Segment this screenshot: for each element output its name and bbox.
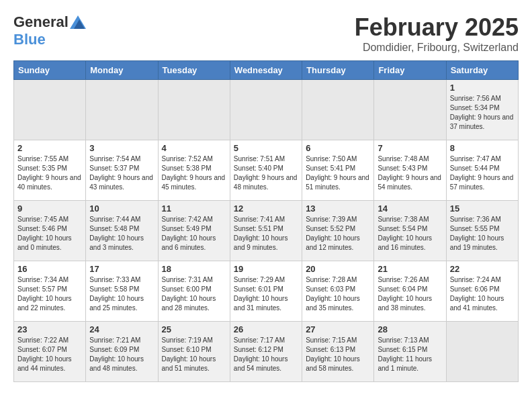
day-info: Sunrise: 7:38 AM Sunset: 5:54 PM Dayligh… bbox=[378, 215, 442, 253]
day-number: 1 bbox=[450, 83, 515, 93]
week-row-5: 23Sunrise: 7:22 AM Sunset: 6:07 PM Dayli… bbox=[14, 322, 519, 382]
calendar-cell: 14Sunrise: 7:38 AM Sunset: 5:54 PM Dayli… bbox=[374, 201, 446, 261]
header-monday: Monday bbox=[86, 61, 158, 80]
calendar-table: SundayMondayTuesdayWednesdayThursdayFrid… bbox=[13, 60, 519, 382]
calendar-cell: 25Sunrise: 7:19 AM Sunset: 6:10 PM Dayli… bbox=[158, 322, 230, 382]
calendar-cell: 8Sunrise: 7:47 AM Sunset: 5:44 PM Daylig… bbox=[446, 140, 518, 201]
day-info: Sunrise: 7:31 AM Sunset: 6:00 PM Dayligh… bbox=[162, 275, 226, 313]
day-number: 24 bbox=[89, 324, 154, 334]
day-number: 23 bbox=[17, 324, 82, 334]
weekday-header-row: SundayMondayTuesdayWednesdayThursdayFrid… bbox=[14, 61, 519, 80]
day-number: 21 bbox=[378, 264, 442, 274]
calendar-cell: 23Sunrise: 7:22 AM Sunset: 6:07 PM Dayli… bbox=[14, 322, 86, 382]
day-number: 16 bbox=[17, 264, 82, 274]
calendar-cell: 17Sunrise: 7:33 AM Sunset: 5:58 PM Dayli… bbox=[86, 261, 158, 322]
day-info: Sunrise: 7:44 AM Sunset: 5:48 PM Dayligh… bbox=[89, 215, 154, 253]
logo-general-text: General bbox=[13, 13, 69, 31]
week-row-4: 16Sunrise: 7:34 AM Sunset: 5:57 PM Dayli… bbox=[14, 261, 519, 322]
day-info: Sunrise: 7:15 AM Sunset: 6:13 PM Dayligh… bbox=[306, 336, 370, 373]
calendar-cell bbox=[374, 80, 446, 140]
location-title: Domdidier, Fribourg, Switzerland bbox=[355, 42, 519, 54]
header-saturday: Saturday bbox=[446, 61, 518, 80]
day-info: Sunrise: 7:41 AM Sunset: 5:51 PM Dayligh… bbox=[234, 215, 298, 253]
day-number: 7 bbox=[378, 143, 442, 153]
day-info: Sunrise: 7:24 AM Sunset: 6:06 PM Dayligh… bbox=[450, 275, 515, 313]
calendar-cell bbox=[86, 80, 158, 140]
calendar-cell: 5Sunrise: 7:51 AM Sunset: 5:40 PM Daylig… bbox=[230, 140, 302, 201]
day-info: Sunrise: 7:36 AM Sunset: 5:55 PM Dayligh… bbox=[450, 215, 515, 253]
calendar-cell: 13Sunrise: 7:39 AM Sunset: 5:52 PM Dayli… bbox=[302, 201, 374, 261]
calendar-cell: 27Sunrise: 7:15 AM Sunset: 6:13 PM Dayli… bbox=[302, 322, 374, 382]
calendar-cell: 26Sunrise: 7:17 AM Sunset: 6:12 PM Dayli… bbox=[230, 322, 302, 382]
day-number: 2 bbox=[17, 143, 82, 153]
day-info: Sunrise: 7:50 AM Sunset: 5:41 PM Dayligh… bbox=[306, 154, 370, 192]
calendar-cell bbox=[158, 80, 230, 140]
month-title: February 2025 bbox=[355, 13, 519, 42]
day-info: Sunrise: 7:33 AM Sunset: 5:58 PM Dayligh… bbox=[89, 275, 154, 313]
day-info: Sunrise: 7:52 AM Sunset: 5:38 PM Dayligh… bbox=[162, 154, 226, 192]
calendar-cell: 16Sunrise: 7:34 AM Sunset: 5:57 PM Dayli… bbox=[14, 261, 86, 322]
calendar-cell: 12Sunrise: 7:41 AM Sunset: 5:51 PM Dayli… bbox=[230, 201, 302, 261]
day-number: 5 bbox=[234, 143, 298, 153]
calendar-cell: 10Sunrise: 7:44 AM Sunset: 5:48 PM Dayli… bbox=[86, 201, 158, 261]
calendar-cell: 4Sunrise: 7:52 AM Sunset: 5:38 PM Daylig… bbox=[158, 140, 230, 201]
header-friday: Friday bbox=[374, 61, 446, 80]
day-number: 17 bbox=[89, 264, 154, 274]
day-info: Sunrise: 7:56 AM Sunset: 5:34 PM Dayligh… bbox=[450, 94, 515, 132]
day-number: 10 bbox=[89, 203, 154, 214]
logo: General Blue bbox=[13, 13, 86, 48]
title-block: February 2025 Domdidier, Fribourg, Switz… bbox=[355, 13, 519, 54]
day-number: 22 bbox=[450, 264, 515, 274]
logo-blue-text: Blue bbox=[13, 31, 46, 48]
calendar-cell: 28Sunrise: 7:13 AM Sunset: 6:15 PM Dayli… bbox=[374, 322, 446, 382]
calendar-cell: 11Sunrise: 7:42 AM Sunset: 5:49 PM Dayli… bbox=[158, 201, 230, 261]
day-info: Sunrise: 7:51 AM Sunset: 5:40 PM Dayligh… bbox=[234, 154, 298, 192]
calendar-cell: 9Sunrise: 7:45 AM Sunset: 5:46 PM Daylig… bbox=[14, 201, 86, 261]
calendar-cell bbox=[14, 80, 86, 140]
day-number: 26 bbox=[234, 324, 298, 334]
calendar-cell: 1Sunrise: 7:56 AM Sunset: 5:34 PM Daylig… bbox=[446, 80, 518, 140]
header-tuesday: Tuesday bbox=[158, 61, 230, 80]
day-info: Sunrise: 7:47 AM Sunset: 5:44 PM Dayligh… bbox=[450, 154, 515, 192]
day-number: 3 bbox=[89, 143, 154, 153]
calendar-cell: 15Sunrise: 7:36 AM Sunset: 5:55 PM Dayli… bbox=[446, 201, 518, 261]
calendar-cell: 24Sunrise: 7:21 AM Sunset: 6:09 PM Dayli… bbox=[86, 322, 158, 382]
week-row-3: 9Sunrise: 7:45 AM Sunset: 5:46 PM Daylig… bbox=[14, 201, 519, 261]
week-row-1: 1Sunrise: 7:56 AM Sunset: 5:34 PM Daylig… bbox=[14, 80, 519, 140]
week-row-2: 2Sunrise: 7:55 AM Sunset: 5:35 PM Daylig… bbox=[14, 140, 519, 201]
header-sunday: Sunday bbox=[14, 61, 86, 80]
day-number: 25 bbox=[162, 324, 226, 334]
day-number: 13 bbox=[306, 203, 370, 214]
day-number: 4 bbox=[162, 143, 226, 153]
day-info: Sunrise: 7:21 AM Sunset: 6:09 PM Dayligh… bbox=[89, 336, 154, 373]
day-number: 27 bbox=[306, 324, 370, 334]
day-info: Sunrise: 7:17 AM Sunset: 6:12 PM Dayligh… bbox=[234, 336, 298, 373]
day-number: 14 bbox=[378, 203, 442, 214]
day-info: Sunrise: 7:45 AM Sunset: 5:46 PM Dayligh… bbox=[17, 215, 82, 253]
calendar-cell bbox=[230, 80, 302, 140]
day-number: 12 bbox=[234, 203, 298, 214]
day-number: 15 bbox=[450, 203, 515, 214]
logo-icon bbox=[70, 15, 86, 29]
calendar-cell: 7Sunrise: 7:48 AM Sunset: 5:43 PM Daylig… bbox=[374, 140, 446, 201]
day-number: 18 bbox=[162, 264, 226, 274]
day-info: Sunrise: 7:39 AM Sunset: 5:52 PM Dayligh… bbox=[306, 215, 370, 253]
calendar-cell: 3Sunrise: 7:54 AM Sunset: 5:37 PM Daylig… bbox=[86, 140, 158, 201]
header-wednesday: Wednesday bbox=[230, 61, 302, 80]
day-info: Sunrise: 7:13 AM Sunset: 6:15 PM Dayligh… bbox=[378, 336, 442, 373]
page-header: General Blue February 2025 Domdidier, Fr… bbox=[13, 13, 519, 54]
day-number: 8 bbox=[450, 143, 515, 153]
calendar-cell: 18Sunrise: 7:31 AM Sunset: 6:00 PM Dayli… bbox=[158, 261, 230, 322]
day-info: Sunrise: 7:54 AM Sunset: 5:37 PM Dayligh… bbox=[89, 154, 154, 192]
day-number: 28 bbox=[378, 324, 442, 334]
calendar-cell: 2Sunrise: 7:55 AM Sunset: 5:35 PM Daylig… bbox=[14, 140, 86, 201]
day-info: Sunrise: 7:29 AM Sunset: 6:01 PM Dayligh… bbox=[234, 275, 298, 313]
day-number: 11 bbox=[162, 203, 226, 214]
day-info: Sunrise: 7:22 AM Sunset: 6:07 PM Dayligh… bbox=[17, 336, 82, 373]
calendar-cell: 21Sunrise: 7:26 AM Sunset: 6:04 PM Dayli… bbox=[374, 261, 446, 322]
calendar-cell bbox=[302, 80, 374, 140]
day-info: Sunrise: 7:19 AM Sunset: 6:10 PM Dayligh… bbox=[162, 336, 226, 373]
day-number: 19 bbox=[234, 264, 298, 274]
day-number: 9 bbox=[17, 203, 82, 214]
calendar-cell: 22Sunrise: 7:24 AM Sunset: 6:06 PM Dayli… bbox=[446, 261, 518, 322]
